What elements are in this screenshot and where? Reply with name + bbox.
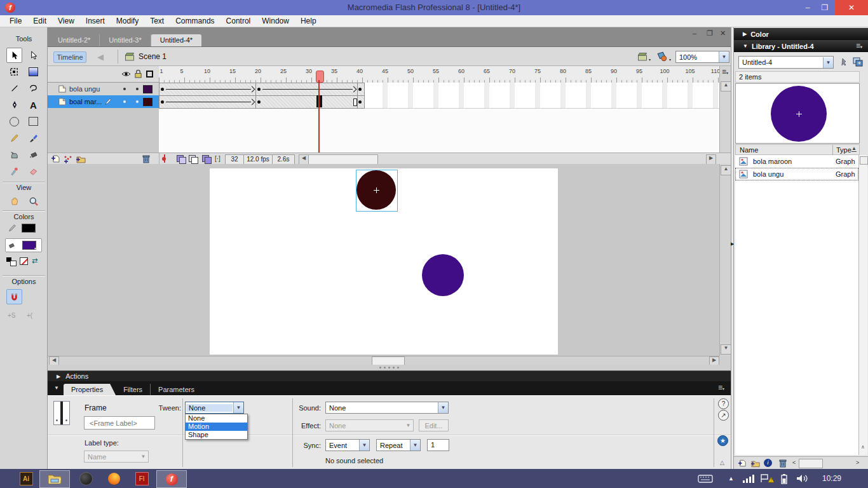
tween-span[interactable] xyxy=(255,83,359,96)
back-arrow-icon[interactable]: ◀ xyxy=(97,52,104,62)
help-icon[interactable]: ? xyxy=(718,398,729,409)
insert-layer-icon[interactable] xyxy=(51,154,61,163)
new-library-window-icon[interactable] xyxy=(852,57,864,67)
battery-icon[interactable] xyxy=(779,473,789,484)
symbol-properties-icon[interactable]: i xyxy=(764,459,772,467)
taskbar-firefox-icon[interactable] xyxy=(103,470,125,487)
scroll-down-button[interactable]: ▼ xyxy=(721,344,731,355)
center-frame-icon[interactable] xyxy=(164,154,170,163)
purple-circle-instance[interactable] xyxy=(422,254,464,296)
chevron-down-icon[interactable]: ▼ xyxy=(438,402,448,413)
chevron-down-icon[interactable]: ▼ xyxy=(719,51,729,62)
chevron-down-icon[interactable]: ▼ xyxy=(823,57,833,68)
modify-onion-markers-icon[interactable]: [·] xyxy=(215,155,220,162)
scroll-left-button[interactable]: ◀ xyxy=(49,356,59,365)
outline-layers-icon[interactable] xyxy=(146,71,153,78)
menu-item-help[interactable]: Help xyxy=(295,15,322,27)
edit-symbol-dropdown-arrow[interactable]: ▾ xyxy=(669,57,671,62)
gradient-transform-tool[interactable] xyxy=(25,64,41,79)
menu-item-control[interactable]: Control xyxy=(220,15,257,27)
frame-row-layer2[interactable] xyxy=(159,95,719,109)
loop-dropdown[interactable]: Repeat▼ xyxy=(376,439,421,451)
menu-item-commands[interactable]: Commands xyxy=(170,15,220,27)
frame-row-layer1[interactable] xyxy=(159,83,719,96)
lock-layers-icon[interactable] xyxy=(134,69,142,79)
scroll-up-arrow-icon[interactable]: ∧ xyxy=(861,444,865,450)
timeline-toggle-button[interactable]: Timeline xyxy=(53,51,86,63)
document-tab[interactable]: Untitled-3* xyxy=(100,34,151,46)
edit-multiple-frames-icon[interactable] xyxy=(202,155,211,163)
repeat-count-input[interactable]: 1 xyxy=(427,439,449,451)
stage-area[interactable] xyxy=(48,164,719,356)
frame-rate-indicator[interactable]: 12.0 fps xyxy=(243,154,273,165)
sync-dropdown[interactable]: Event▼ xyxy=(325,439,370,451)
tween-option-motion[interactable]: Motion xyxy=(186,423,247,431)
menu-item-edit[interactable]: Edit xyxy=(27,15,52,27)
color-panel-header[interactable]: ▶ Color xyxy=(734,28,868,40)
document-tab[interactable]: Untitled-2* xyxy=(49,34,100,46)
timeline-ruler[interactable]: 1510152025303540455055606570758085909510… xyxy=(159,66,719,83)
library-document-dropdown[interactable]: Untitled-4▼ xyxy=(738,56,834,69)
collapse-panel-arrow-icon[interactable]: △ xyxy=(720,459,724,466)
tween-span[interactable] xyxy=(159,95,257,109)
timeline-scroll-right-button[interactable]: ▶ xyxy=(706,154,716,165)
scroll-right-arrow-icon[interactable]: > xyxy=(856,459,859,466)
taskbar-illustrator-icon[interactable]: Ai xyxy=(15,470,37,487)
taskbar-clock[interactable]: 10:29 xyxy=(822,474,841,483)
taskbar-file-explorer-icon[interactable] xyxy=(39,470,70,488)
tray-expand-arrow-icon[interactable]: ▲ xyxy=(728,475,734,482)
rectangle-tool[interactable] xyxy=(25,114,41,129)
volume-icon[interactable] xyxy=(796,473,808,484)
edit-scene-dropdown-arrow[interactable]: ▾ xyxy=(649,57,651,62)
stage-horizontal-scrollbar[interactable]: ◀ ▶ xyxy=(48,356,719,365)
panel-options-menu-icon[interactable]: ≡▾ xyxy=(718,384,724,392)
expand-triangle-icon[interactable]: ▶ xyxy=(57,374,60,379)
selection-tool[interactable] xyxy=(6,48,22,63)
frame-label-input[interactable] xyxy=(84,416,155,430)
ink-bottle-tool[interactable] xyxy=(6,147,22,162)
actions-panel-header[interactable]: ▶ Actions xyxy=(48,370,731,381)
tween-option-shape[interactable]: Shape xyxy=(186,431,247,439)
scroll-thumb[interactable] xyxy=(860,156,868,165)
chevron-down-icon[interactable]: ▼ xyxy=(233,402,243,413)
fill-color-swatch[interactable]: ▾ xyxy=(22,241,36,250)
signal-strength-icon[interactable] xyxy=(742,474,755,483)
layer-lock-dot[interactable] xyxy=(136,88,139,90)
expanded-triangle-icon[interactable]: ▼ xyxy=(743,43,748,49)
name-column-header[interactable]: Name xyxy=(740,146,758,154)
tab-properties[interactable]: Properties xyxy=(64,384,116,395)
panel-resize-strip[interactable] xyxy=(48,365,731,370)
collapsed-triangle-icon[interactable]: ▶ xyxy=(743,31,747,37)
add-motion-guide-icon[interactable] xyxy=(63,154,73,163)
layer-row-boal-maroon[interactable]: boal mar... xyxy=(48,95,159,108)
hand-tool[interactable] xyxy=(6,194,22,209)
layer-outline-swatch[interactable] xyxy=(143,98,153,106)
sound-dropdown[interactable]: None▼ xyxy=(325,402,449,414)
pencil-tool[interactable] xyxy=(6,130,22,146)
taskbar-dark-app-icon[interactable] xyxy=(75,470,97,487)
current-frame-indicator[interactable]: 32 xyxy=(225,154,244,165)
free-transform-tool[interactable] xyxy=(6,64,22,79)
timeline-scroll-left-button[interactable]: ◀ xyxy=(299,154,309,165)
stage-vertical-scrollbar[interactable]: ▲ ▼ xyxy=(719,164,731,356)
insert-folder-icon[interactable] xyxy=(76,154,86,163)
zoom-tool[interactable] xyxy=(25,194,41,209)
scroll-up-button[interactable]: ▲ xyxy=(721,165,731,175)
onion-skin-outlines-icon[interactable] xyxy=(189,155,198,163)
frame-span[interactable] xyxy=(255,95,359,109)
script-assist-star-icon[interactable]: ★ xyxy=(717,435,728,446)
close-button[interactable]: ✕ xyxy=(835,0,868,15)
frames-area[interactable]: 1510152025303540455055606570758085909510… xyxy=(159,66,719,152)
delete-item-trash-icon[interactable] xyxy=(778,458,787,468)
panel-options-menu-icon[interactable]: ≡▾ xyxy=(856,43,862,50)
keyframe-cell[interactable] xyxy=(357,95,365,109)
taskbar-flash-player-icon[interactable]: f xyxy=(156,470,187,488)
layer-lock-dot[interactable] xyxy=(136,100,139,103)
playhead-line[interactable] xyxy=(318,80,320,152)
stroke-color-row[interactable] xyxy=(8,224,17,233)
network-warning-icon[interactable]: ! xyxy=(760,473,774,484)
tab-parameters[interactable]: Parameters xyxy=(150,384,202,395)
eyedropper-tool[interactable] xyxy=(6,163,22,179)
document-tab[interactable]: Untitled-4* xyxy=(151,34,201,46)
snap-to-objects-option[interactable] xyxy=(6,289,22,304)
